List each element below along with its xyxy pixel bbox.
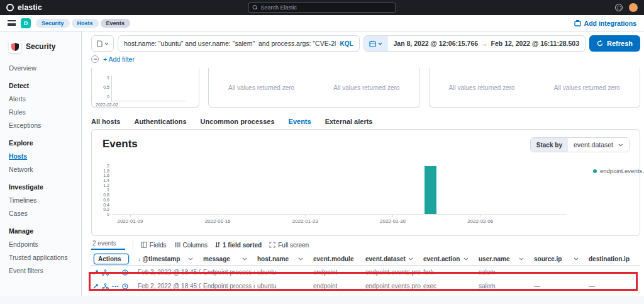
mini-chart-x-tick: 2022-02-02 (96, 103, 118, 107)
add-to-timeline-icon[interactable] (122, 269, 128, 276)
legend-dot-icon (593, 169, 597, 173)
cell-event-dataset[interactable]: endpoint.events.process (363, 283, 421, 290)
chart-bar[interactable] (425, 166, 436, 214)
column-header-destination-ip[interactable]: destination.ip (586, 256, 635, 262)
sidebar-item-timelines[interactable]: Timelines (9, 196, 75, 204)
cell-host-name[interactable]: ubuntu (255, 283, 311, 290)
chevron-down-icon[interactable] (574, 257, 579, 261)
cell-timestamp[interactable]: Feb 2, 2022 @ 18:45:06.528 (135, 269, 201, 276)
sidebar-item-event-filters[interactable]: Event filters (9, 267, 75, 274)
analyze-event-icon[interactable] (102, 283, 109, 290)
chevron-down-icon[interactable] (242, 257, 247, 261)
sort-icon (215, 242, 220, 248)
timestamp-header-label: @timestamp (143, 256, 180, 262)
cell-user-name[interactable]: salem (476, 269, 531, 276)
sidebar-item-endpoints[interactable]: Endpoints (9, 240, 75, 248)
date-quick-select-button[interactable] (364, 36, 388, 51)
chevron-down-icon[interactable] (464, 257, 469, 261)
add-integrations-link[interactable]: Add integrations (574, 20, 636, 27)
chart-plot[interactable] (112, 166, 567, 215)
column-header-event-module[interactable]: event.module (311, 256, 363, 262)
elastic-brand[interactable]: elastic (6, 3, 42, 12)
expand-event-icon[interactable] (92, 269, 99, 276)
cell-event-module[interactable]: endpoint (311, 269, 363, 276)
column-header-message[interactable]: message (201, 256, 255, 262)
query-input[interactable] (124, 40, 336, 47)
zero-values-message: All values returned zero (535, 84, 640, 91)
fields-button[interactable]: Fields (141, 242, 167, 249)
column-header-timestamp[interactable]: ↓ @timestamp (135, 256, 201, 262)
breadcrumb-security[interactable]: Security (36, 19, 70, 28)
sidebar-title-label: Security (26, 42, 55, 51)
help-icon[interactable] (615, 4, 623, 11)
column-header-host-name[interactable]: host.name (255, 256, 311, 262)
cell-event-action[interactable]: exec (421, 283, 476, 290)
cell-event-action[interactable]: fork (421, 269, 476, 276)
kql-query-input-box[interactable]: KQL (118, 35, 360, 52)
global-search[interactable] (248, 3, 396, 13)
mini-chart-axis (111, 76, 112, 101)
analyze-event-icon[interactable] (102, 269, 109, 276)
column-header-actions: Actions (91, 254, 135, 264)
actions-header-label[interactable]: Actions (94, 254, 129, 264)
column-header-user-name[interactable]: user.name (476, 256, 531, 262)
chevron-down-icon[interactable] (408, 257, 413, 261)
y-axis-ticks: 21.81.61.41.210.80.60.40.20 (94, 164, 109, 217)
cell-timestamp[interactable]: Feb 2, 2022 @ 18:45:06.410 (135, 283, 201, 290)
add-to-timeline-icon[interactable] (122, 283, 128, 290)
column-header-source-ip[interactable]: source.ip (531, 256, 586, 262)
sidebar-item-exceptions[interactable]: Exceptions (9, 121, 75, 129)
full-screen-button[interactable]: Full screen (269, 242, 309, 249)
sidebar-item-network[interactable]: Network (9, 166, 75, 173)
chevron-down-icon[interactable] (298, 257, 303, 261)
sidebar-item-overview[interactable]: Overview (9, 64, 75, 72)
chevron-down-icon[interactable] (519, 257, 524, 261)
user-avatar[interactable] (629, 3, 638, 12)
column-header-event-dataset[interactable]: event.dataset (363, 256, 421, 262)
columns-button[interactable]: Columns (174, 242, 208, 249)
saved-query-menu-button[interactable] (91, 35, 114, 52)
sidebar-item-cases[interactable]: Cases (9, 210, 75, 217)
more-actions-icon[interactable]: ••• (112, 269, 119, 275)
space-badge[interactable]: D (21, 18, 31, 28)
table-toolbar: 2 events Fields Columns 1 field sorted F… (91, 240, 640, 250)
breadcrumb-events: Events (101, 19, 131, 28)
add-filter-button[interactable]: + Add filter (103, 55, 135, 63)
columns-icon (174, 242, 180, 248)
search-icon (253, 5, 258, 10)
date-range[interactable]: Jan 8, 2022 @ 12:06:15.766 → Feb 12, 202… (388, 36, 586, 51)
row-actions: ••• (91, 283, 135, 290)
search-input[interactable] (261, 4, 392, 11)
saved-query-icon (97, 40, 103, 47)
brand-name: elastic (18, 3, 42, 12)
more-actions-icon[interactable]: ••• (112, 283, 119, 289)
cell-event-module[interactable]: endpoint (311, 283, 363, 290)
cell-user-name[interactable]: salem (476, 283, 531, 290)
cell-message[interactable]: Endpoint process event (201, 269, 255, 276)
sidebar-item-rules[interactable]: Rules (9, 108, 75, 116)
chevron-down-icon[interactable] (188, 257, 193, 261)
table-row[interactable]: ••• Feb 2, 2022 @ 18:45:06.528 Endpoint … (91, 266, 640, 279)
cell-host-name[interactable]: ubuntu (255, 269, 311, 276)
chart-legend[interactable]: endpoint.events.process (593, 167, 644, 174)
sidebar-item-trusted-applications[interactable]: Trusted applications (9, 254, 75, 261)
cell-message[interactable]: Endpoint process event (201, 283, 255, 290)
zero-values-message: All values returned zero (314, 84, 419, 91)
menu-icon[interactable] (8, 20, 16, 26)
app-window: elastic D Security Hosts Events Add inte… (0, 0, 644, 304)
date-range-end[interactable]: Feb 12, 2022 @ 16:11:28.503 (491, 40, 579, 47)
table-row[interactable]: ••• Feb 2, 2022 @ 18:45:06.410 Endpoint … (91, 279, 640, 293)
breadcrumb-hosts[interactable]: Hosts (72, 19, 99, 28)
sidebar-item-hosts[interactable]: Hosts (9, 152, 75, 160)
filter-options-icon[interactable] (91, 55, 99, 63)
stack-by-select[interactable]: event.dataset (568, 138, 629, 152)
sidebar-item-alerts[interactable]: Alerts (9, 95, 75, 103)
expand-event-icon[interactable] (92, 283, 99, 290)
query-language-button[interactable]: KQL (340, 40, 353, 47)
refresh-button[interactable]: Refresh (589, 35, 640, 52)
refresh-label: Refresh (607, 40, 633, 47)
sorted-fields-button[interactable]: 1 field sorted (215, 242, 262, 249)
cell-event-dataset[interactable]: endpoint.events.process (363, 269, 421, 276)
column-header-event-action[interactable]: event.action (421, 256, 476, 262)
date-range-start[interactable]: Jan 8, 2022 @ 12:06:15.766 (394, 40, 479, 47)
